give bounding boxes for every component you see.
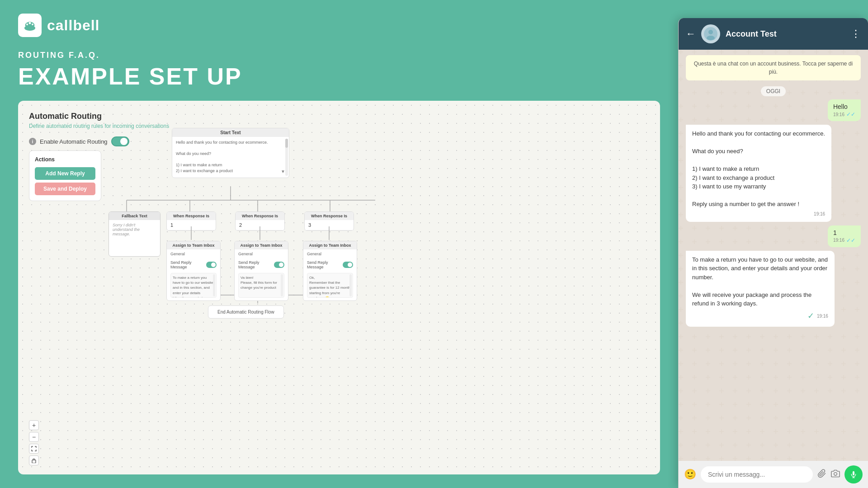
message-in-1: Hello and thank you for contacting our e… (686, 125, 861, 222)
actions-title: Actions (35, 156, 95, 163)
team-toggle-row-3: Send Reply Message (303, 258, 357, 271)
bubble-in-2: To make a return you have to go to our w… (686, 251, 835, 327)
scroll-arrow: ▼ (281, 169, 285, 174)
team-toggle-row-2: Send Reply Message (235, 258, 288, 271)
team-toggle-row-1: Send Reply Message (167, 258, 220, 271)
logo-area: callbell (18, 14, 660, 37)
svg-point-2 (29, 22, 31, 24)
svg-point-3 (32, 23, 33, 25)
team-toggle-1[interactable] (206, 262, 217, 268)
response-value-1: 1 (167, 220, 216, 230)
chat-header: ← Account Test ⋮ (679, 18, 868, 50)
response-title-1: When Response Is (167, 212, 216, 220)
team-title-2: Assign to Team Inbox (235, 241, 288, 249)
read-receipt-2: ✓✓ (846, 237, 855, 244)
chat-body: Questa è una chat con un account busines… (679, 50, 868, 461)
svg-point-21 (707, 36, 715, 40)
start-text-node: Start Text Hello and thank you for conta… (172, 128, 289, 178)
panel-title: Automatic Routing (29, 112, 649, 121)
logo-icon (18, 14, 42, 37)
enable-label: Enable Automatic Routing (40, 138, 108, 145)
response-node-2: When Response Is 2 (235, 211, 285, 231)
save-deploy-button[interactable]: Save and Deploy (35, 183, 95, 195)
zoom-out-button[interactable]: − (29, 432, 39, 442)
emoji-button[interactable]: 🙂 (684, 469, 696, 480)
fallback-body: Sorry I didn't understand the message. (109, 220, 160, 245)
response-value-2: 2 (236, 220, 284, 230)
team-title-1: Assign to Team Inbox (167, 241, 220, 249)
message-out-1: Hello 19:16 ✓✓ (686, 99, 861, 121)
team-message-1: To make a return you have to go to our w… (170, 273, 217, 298)
team-toggle-3[interactable] (343, 262, 353, 268)
team-message-2: Va bien!Please, fill this form for chang… (238, 273, 284, 298)
camera-button[interactable] (831, 469, 840, 480)
attach-button[interactable] (817, 469, 826, 480)
svg-point-1 (26, 23, 28, 25)
team-node-2: Assign to Team Inbox General Send Reply … (234, 241, 288, 301)
team-body-2: General (235, 249, 288, 258)
zoom-controls: + − (29, 420, 39, 465)
flow-area: Start Text Hello and thank you for conta… (108, 128, 651, 456)
fallback-title: Fallback Text (109, 212, 160, 220)
bubble-out-2: 1 19:16 ✓✓ (828, 225, 861, 247)
svg-rect-18 (32, 460, 36, 463)
team-body-3: General (303, 249, 357, 258)
message-in-2: To make a return you have to go to our w… (686, 251, 861, 327)
mic-button[interactable] (844, 465, 863, 483)
svg-point-22 (834, 472, 837, 475)
chat-panel: ← Account Test ⋮ Questa è una chat con u… (678, 18, 868, 488)
main-heading: EXAMPLE SET UP (18, 63, 660, 90)
chat-menu-button[interactable]: ⋮ (851, 28, 861, 40)
zoom-fit-button[interactable] (29, 444, 39, 454)
sub-heading: ROUTING F.A.Q. (18, 51, 660, 60)
chat-avatar (701, 24, 720, 43)
response-node-1: When Response Is 1 (166, 211, 216, 231)
business-notice: Questa è una chat con un account busines… (686, 55, 861, 80)
end-node: End Automatic Routing Flow (208, 305, 284, 319)
team-body-1: General (167, 249, 220, 258)
fallback-node: Fallback Text Sorry I didn't understand … (108, 211, 160, 257)
message-input[interactable] (701, 466, 813, 483)
response-title-2: When Response Is (236, 212, 284, 220)
team-node-1: Assign to Team Inbox General Send Reply … (166, 241, 221, 301)
response-title-3: When Response Is (305, 212, 354, 220)
routing-panel: Automatic Routing Define automated routi… (18, 101, 660, 474)
bubble-out-1: Hello 19:16 ✓✓ (828, 99, 861, 121)
lock-button[interactable] (29, 455, 39, 465)
start-node-body: Hello and thank you for contacting our e… (172, 137, 289, 178)
back-button[interactable]: ← (686, 28, 696, 40)
actions-box: Actions Add New Reply Save and Deploy (29, 150, 101, 201)
add-reply-button[interactable]: Add New Reply (35, 167, 95, 180)
checkmark-icon: ✓ (807, 310, 814, 322)
zoom-in-button[interactable]: + (29, 420, 39, 430)
response-node-3: When Response Is 3 (304, 211, 354, 231)
bubble-in-1: Hello and thank you for contacting our e… (686, 125, 831, 222)
start-node-title: Start Text (172, 128, 289, 137)
left-section: callbell ROUTING F.A.Q. EXAMPLE SET UP A… (0, 0, 678, 488)
chat-name: Account Test (726, 29, 845, 39)
logo-text: callbell (47, 17, 100, 34)
read-receipt-1: ✓✓ (846, 111, 855, 117)
date-chip: OGGI (686, 87, 861, 95)
team-node-3: Assign to Team Inbox General Send Reply … (303, 241, 357, 301)
team-toggle-2[interactable] (274, 262, 284, 268)
team-title-3: Assign to Team Inbox (303, 241, 357, 249)
response-value-3: 3 (305, 220, 354, 230)
svg-point-20 (708, 30, 713, 34)
info-icon: i (29, 138, 36, 145)
chat-input-bar: 🙂 (679, 461, 868, 488)
message-out-2: 1 19:16 ✓✓ (686, 225, 861, 247)
team-message-3: Ok,Remember that the guarantee is for 12… (307, 273, 353, 298)
